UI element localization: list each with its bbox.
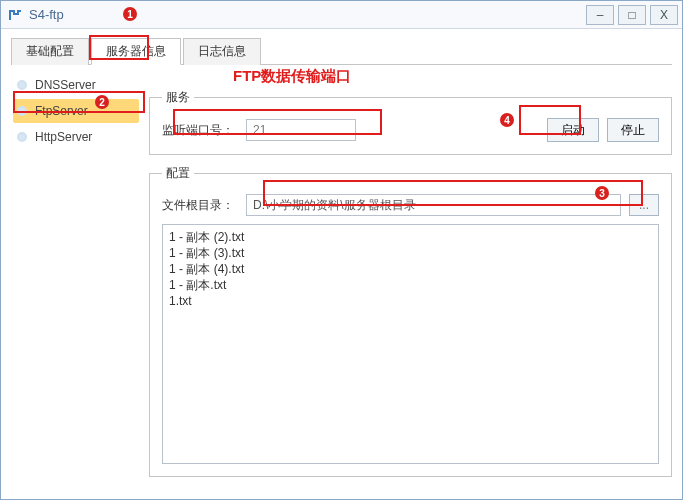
server-sidebar: DNSServer FtpServer HttpServer <box>11 71 141 491</box>
tab-log[interactable]: 日志信息 <box>183 38 261 65</box>
tab-basic[interactable]: 基础配置 <box>11 38 89 65</box>
root-dir-label: 文件根目录： <box>162 197 238 214</box>
tab-basic-label: 基础配置 <box>26 44 74 58</box>
title-bar: S4-ftp – □ X <box>1 1 682 29</box>
sidebar-label-http: HttpServer <box>35 130 92 144</box>
file-item[interactable]: 1 - 副本 (4).txt <box>169 261 652 277</box>
stop-button[interactable]: 停止 <box>607 118 659 142</box>
file-item[interactable]: 1 - 副本.txt <box>169 277 652 293</box>
file-list[interactable]: 1 - 副本 (2).txt1 - 副本 (3).txt1 - 副本 (4).t… <box>162 224 659 464</box>
sidebar-item-http[interactable]: HttpServer <box>13 125 139 149</box>
config-fieldset: 配置 文件根目录： ... 1 - 副本 (2).txt1 - 副本 (3).t… <box>149 165 672 477</box>
sidebar-label-ftp: FtpServer <box>35 104 88 118</box>
close-button[interactable]: X <box>650 5 678 25</box>
minimize-button[interactable]: – <box>586 5 614 25</box>
sidebar-item-dns[interactable]: DNSServer <box>13 73 139 97</box>
root-dir-input[interactable] <box>246 194 621 216</box>
file-item[interactable]: 1 - 副本 (3).txt <box>169 245 652 261</box>
service-fieldset: 服务 监听端口号： 启动 停止 <box>149 89 672 155</box>
port-input[interactable] <box>246 119 356 141</box>
port-label: 监听端口号： <box>162 122 238 139</box>
window-title: S4-ftp <box>29 7 64 22</box>
main-panel: FTP数据传输端口 服务 监听端口号： 启动 停止 配置 文件根目录： <box>149 71 672 491</box>
tab-server[interactable]: 服务器信息 <box>91 38 181 65</box>
tab-bar: 基础配置 服务器信息 日志信息 <box>11 37 672 65</box>
maximize-button[interactable]: □ <box>618 5 646 25</box>
status-dot-icon <box>17 132 27 142</box>
tab-log-label: 日志信息 <box>198 44 246 58</box>
sidebar-item-ftp[interactable]: FtpServer <box>13 99 139 123</box>
app-icon <box>7 7 23 23</box>
status-dot-icon <box>17 80 27 90</box>
sidebar-label-dns: DNSServer <box>35 78 96 92</box>
section-heading: FTP数据传输端口 <box>233 67 351 86</box>
status-dot-icon <box>17 106 27 116</box>
file-item[interactable]: 1 - 副本 (2).txt <box>169 229 652 245</box>
config-legend: 配置 <box>162 165 194 182</box>
service-legend: 服务 <box>162 89 194 106</box>
browse-button[interactable]: ... <box>629 194 659 216</box>
start-button[interactable]: 启动 <box>547 118 599 142</box>
file-item[interactable]: 1.txt <box>169 293 652 309</box>
tab-server-label: 服务器信息 <box>106 44 166 58</box>
app-window: S4-ftp – □ X 基础配置 服务器信息 日志信息 DNSServer F… <box>0 0 683 500</box>
